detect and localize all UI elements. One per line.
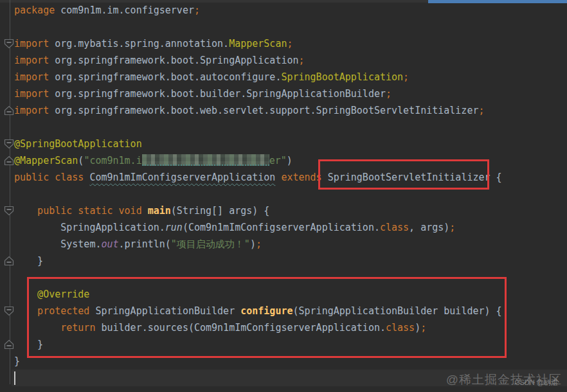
code-token: ;: [403, 71, 409, 83]
code-token: ;: [449, 222, 455, 233]
code-token: System.: [14, 238, 101, 250]
fold-collapse-icon[interactable]: [4, 306, 14, 316]
redacted-blur-block: [142, 154, 269, 166]
ide-editor-window: package com9n1m.im.configserver;import o…: [0, 0, 567, 392]
annotation-red-box-override: [27, 277, 507, 358]
code-token: import: [14, 88, 49, 100]
fold-collapse-end-icon[interactable]: [4, 339, 14, 350]
code-token: import: [14, 71, 49, 83]
code-token: .println(: [119, 238, 171, 250]
code-token: ): [250, 238, 256, 250]
code-token: class: [380, 222, 409, 233]
code-token: import: [14, 55, 49, 66]
code-token: public class: [14, 172, 84, 183]
code-token: extends: [281, 172, 321, 183]
code-line: import org.springframework.boot.web.serv…: [14, 102, 567, 119]
code-token: er": [269, 155, 287, 166]
fold-collapse-icon[interactable]: [4, 206, 14, 216]
code-token: Com9n1mImConfigserverApplication: [89, 172, 275, 183]
code-token: }: [14, 355, 20, 367]
code-token: SpringBootApplication: [281, 71, 403, 83]
text-cursor: [14, 371, 15, 385]
csdn-watermark: CSDN @柄湛: [515, 378, 558, 388]
code-token: ;: [386, 88, 392, 100]
code-token: SpringApplication.: [14, 222, 165, 233]
code-token: "com9n1m.i: [84, 155, 141, 166]
code-token: "项目启动成功！": [171, 238, 250, 250]
code-token: ;: [256, 238, 262, 250]
code-token: ;: [478, 105, 484, 116]
code-line: import org.springframework.boot.autoconf…: [14, 69, 567, 85]
code-token: main: [148, 205, 171, 217]
code-token: ;: [299, 55, 305, 66]
fold-guide-line: [10, 0, 10, 384]
code-token: ): [287, 155, 292, 166]
code-line: package com9n1m.im.configserver;: [14, 2, 567, 19]
code-line: @SpringBootApplication: [14, 136, 567, 152]
code-token: @SpringBootApplication: [14, 138, 142, 150]
code-line: [14, 119, 567, 136]
code-token: MapperScan: [229, 38, 287, 49]
code-token: import: [14, 105, 49, 116]
code-token: org.springframework.boot.builder.SpringA…: [49, 88, 386, 100]
code-token: org.springframework.boot.web.servlet.sup…: [49, 105, 478, 116]
fold-collapse-end-icon[interactable]: [4, 105, 14, 116]
code-line: import org.springframework.boot.SpringAp…: [14, 52, 567, 69]
fold-collapse-icon[interactable]: [4, 39, 14, 49]
code-token: @MapperScan: [14, 155, 78, 166]
code-token: public static void: [14, 205, 142, 217]
code-token: run: [165, 222, 183, 233]
code-token: }: [14, 255, 43, 267]
code-token: (String[] args) {: [171, 205, 270, 217]
code-token: , args): [409, 222, 449, 233]
code-line: [14, 19, 567, 35]
annotation-red-box-initializer: [318, 159, 489, 190]
code-token: org.springframework.boot.autoconfigure.: [49, 71, 281, 83]
code-line: public static void main(String[] args) {: [14, 202, 567, 219]
code-token: org.springframework.boot.SpringApplicati…: [49, 55, 298, 66]
editor-gutter: [0, 0, 14, 392]
code-token: org.mybatis.spring.annotation.: [49, 38, 229, 49]
code-line: import org.mybatis.spring.annotation.Map…: [14, 35, 567, 52]
code-line: System.out.println("项目启动成功！");: [14, 236, 567, 253]
code-line: SpringApplication.run(Com9n1mImConfigser…: [14, 219, 567, 236]
code-token: ;: [194, 4, 200, 16]
code-token: com9n1m.im.configserver: [55, 4, 194, 16]
code-token: ;: [287, 38, 292, 49]
fold-collapse-end-icon[interactable]: [4, 156, 14, 166]
code-token: [142, 205, 148, 217]
code-token: (Com9n1mImConfigserverApplication.: [183, 222, 380, 233]
code-line: }: [14, 253, 567, 269]
code-token: package: [14, 4, 55, 16]
code-token: import: [14, 38, 49, 49]
fold-collapse-end-icon[interactable]: [4, 256, 14, 266]
code-token: out: [101, 238, 118, 250]
code-line: import org.springframework.boot.builder.…: [14, 85, 567, 102]
fold-collapse-icon[interactable]: [4, 139, 14, 149]
